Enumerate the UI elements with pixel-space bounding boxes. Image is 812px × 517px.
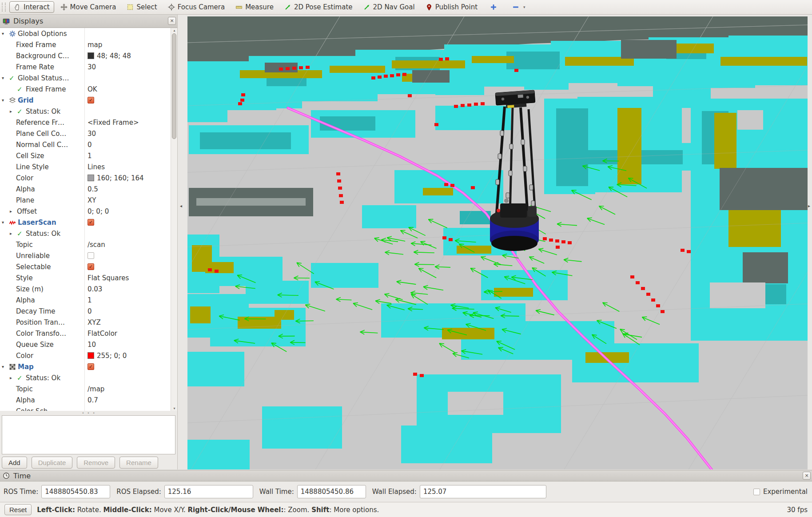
rename-display-button[interactable]: Rename xyxy=(119,457,158,469)
expander-open-icon[interactable]: ▾ xyxy=(2,220,9,225)
checkbox-checked[interactable]: ✓ xyxy=(88,97,94,103)
tool-2d-pose-estimate[interactable]: 2D Pose Estimate xyxy=(280,1,357,13)
property-value-cell[interactable]: map xyxy=(88,39,171,50)
checkbox-unchecked[interactable] xyxy=(88,252,94,259)
splitter-collapse-left-icon[interactable]: ◂ xyxy=(180,203,182,208)
property-row[interactable]: Unreliable xyxy=(0,250,171,261)
property-row[interactable]: ▸✓Status: Ok xyxy=(0,372,171,383)
property-row[interactable]: Normal Cell C…0 xyxy=(0,139,171,150)
property-value[interactable]: 160; 160; 164 xyxy=(97,174,144,182)
property-value-cell[interactable]: 30 xyxy=(88,128,171,139)
tree-scrollbar[interactable]: ▴ ▾ xyxy=(171,28,177,411)
experimental-checkbox[interactable] xyxy=(753,489,760,495)
property-value-cell[interactable] xyxy=(88,372,171,383)
expander-open-icon[interactable]: ▾ xyxy=(2,364,9,369)
property-value[interactable]: FlatColor xyxy=(88,330,117,338)
tool-interact[interactable]: Interact xyxy=(9,1,54,13)
property-value[interactable]: <Fixed Frame> xyxy=(88,119,139,127)
property-value-cell[interactable]: 0 xyxy=(88,139,171,150)
property-value[interactable]: Lines xyxy=(88,163,105,171)
duplicate-display-button[interactable]: Duplicate xyxy=(32,457,73,469)
property-row[interactable]: Alpha1 xyxy=(0,294,171,306)
property-value-cell[interactable]: FlatColor xyxy=(88,328,171,339)
close-icon[interactable]: × xyxy=(803,472,811,480)
property-row[interactable]: Color Sch… xyxy=(0,406,171,411)
property-row[interactable]: ▸✓Status: Ok xyxy=(0,106,171,117)
tool-publish-point[interactable]: Publish Point xyxy=(421,1,482,13)
display-row[interactable]: ▾LaserScan✓ xyxy=(0,217,171,228)
property-value-cell[interactable] xyxy=(88,228,171,239)
property-value[interactable]: 0.7 xyxy=(88,396,98,404)
splitter-collapse-right-icon[interactable]: ▸ xyxy=(808,203,810,208)
property-row[interactable]: Alpha0.5 xyxy=(0,183,171,195)
property-value-cell[interactable]: OK xyxy=(88,84,171,95)
add-tool-button[interactable] xyxy=(486,2,502,12)
property-value[interactable]: OK xyxy=(88,85,97,93)
property-row[interactable]: Color Transfo…FlatColor xyxy=(0,328,171,339)
property-value-cell[interactable]: Flat Squares xyxy=(88,272,171,283)
property-value-cell[interactable]: ✓ xyxy=(88,217,171,228)
property-row[interactable]: Topic/map xyxy=(0,383,171,394)
property-value-cell[interactable]: 0.03 xyxy=(88,283,171,294)
displays-panel-header[interactable]: Displays × xyxy=(0,15,177,28)
property-value-cell[interactable]: 0.5 xyxy=(88,183,171,195)
property-value-cell[interactable] xyxy=(88,72,171,84)
property-row[interactable]: Topic/scan xyxy=(0,239,171,250)
property-value-cell[interactable] xyxy=(88,28,171,39)
property-row[interactable]: ▸✓Status: Ok xyxy=(0,228,171,239)
property-value[interactable]: 1 xyxy=(88,152,92,160)
property-row[interactable]: Color160; 160; 164 xyxy=(0,172,171,183)
remove-display-button[interactable]: Remove xyxy=(77,457,115,469)
time-panel-header[interactable]: Time × xyxy=(0,470,812,481)
property-row[interactable]: Size (m)0.03 xyxy=(0,283,171,294)
tree-column-divider[interactable] xyxy=(84,28,85,411)
display-row[interactable]: ▾Map✓ xyxy=(0,361,171,372)
property-value[interactable]: 1 xyxy=(88,296,92,304)
property-value[interactable]: 0; 0; 0 xyxy=(88,207,109,215)
property-value-cell[interactable]: XY xyxy=(88,195,171,206)
property-value-cell[interactable]: /map xyxy=(88,383,171,394)
scrollbar-thumb[interactable] xyxy=(172,33,176,139)
property-value-cell[interactable]: 48; 48; 48 xyxy=(88,50,171,61)
ros-time-input[interactable] xyxy=(41,485,110,498)
property-value-cell[interactable]: 0 xyxy=(88,306,171,317)
3d-viewport[interactable] xyxy=(187,16,808,469)
property-row[interactable]: ▾✓Global Status… xyxy=(0,72,171,84)
chevron-down-icon[interactable]: ▾ xyxy=(523,5,525,9)
property-row[interactable]: Background C…48; 48; 48 xyxy=(0,50,171,61)
scroll-up-icon[interactable]: ▴ xyxy=(171,28,178,32)
property-row[interactable]: ✓Fixed FrameOK xyxy=(0,84,171,95)
property-row[interactable]: StyleFlat Squares xyxy=(0,272,171,283)
wall-time-input[interactable] xyxy=(297,485,366,498)
property-value-cell[interactable]: Lines xyxy=(88,161,171,172)
property-value-cell[interactable]: /scan xyxy=(88,239,171,250)
display-row[interactable]: ▾Grid✓ xyxy=(0,95,171,106)
property-value-cell[interactable]: ✓ xyxy=(88,95,171,106)
property-value[interactable]: /map xyxy=(88,385,104,393)
property-value-cell[interactable]: 1 xyxy=(88,150,171,161)
property-row[interactable]: Color255; 0; 0 xyxy=(0,350,171,361)
property-value[interactable]: Flat Squares xyxy=(88,274,129,282)
checkbox-checked[interactable]: ✓ xyxy=(88,263,94,270)
tool-2d-nav-goal[interactable]: 2D Nav Goal xyxy=(359,1,419,13)
property-value[interactable]: 0.5 xyxy=(88,185,98,193)
panel-splitter[interactable]: • • • xyxy=(0,411,178,415)
property-value[interactable]: 0 xyxy=(88,307,92,315)
close-icon[interactable]: × xyxy=(168,17,176,25)
reset-button[interactable]: Reset xyxy=(4,504,32,515)
expander-open-icon[interactable]: ▾ xyxy=(2,76,9,80)
property-row[interactable]: Line StyleLines xyxy=(0,161,171,172)
property-row[interactable]: PlaneXY xyxy=(0,195,171,206)
expander-closed-icon[interactable]: ▸ xyxy=(10,231,17,236)
tool-focus-camera[interactable]: Focus Camera xyxy=(163,1,229,13)
property-row[interactable]: Fixed Framemap xyxy=(0,39,171,50)
property-value-cell[interactable]: 1 xyxy=(88,294,171,306)
property-row[interactable]: Cell Size1 xyxy=(0,150,171,161)
property-value[interactable]: 0 xyxy=(88,141,92,149)
checkbox-checked[interactable]: ✓ xyxy=(88,219,94,226)
property-value-cell[interactable] xyxy=(88,406,171,411)
property-value-cell[interactable]: 0; 0; 0 xyxy=(88,206,171,217)
property-value-cell[interactable] xyxy=(88,106,171,117)
expander-closed-icon[interactable]: ▸ xyxy=(10,209,17,214)
property-value-cell[interactable]: XYZ xyxy=(88,317,171,328)
